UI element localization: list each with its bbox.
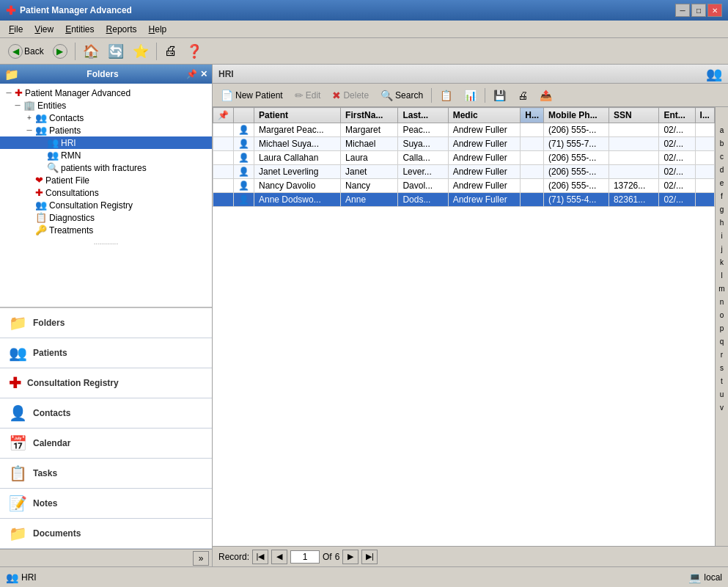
- alpha-s[interactable]: s: [716, 361, 728, 374]
- alpha-m[interactable]: m: [716, 282, 728, 295]
- alpha-o[interactable]: o: [716, 308, 728, 321]
- tree-item-consultations[interactable]: ✚ Consultations: [0, 186, 212, 199]
- help-button[interactable]: ❓: [183, 41, 206, 62]
- tree-item-diagnostics[interactable]: 📋 Diagnostics: [0, 211, 212, 224]
- print-button[interactable]: 🖨: [161, 41, 181, 62]
- maximize-button[interactable]: □: [691, 4, 706, 17]
- col-medic[interactable]: Medic: [448, 108, 521, 123]
- alpha-b[interactable]: b: [716, 136, 728, 150]
- rec-last-btn[interactable]: ▶|: [361, 550, 378, 564]
- nav-expand-btn[interactable]: »: [193, 551, 209, 566]
- search-btn[interactable]: 🔍 Search: [375, 87, 428, 104]
- rec-first-btn[interactable]: |◀: [252, 550, 268, 564]
- col-mobile[interactable]: Mobile Ph...: [543, 108, 608, 123]
- table-cell: (206) 555-...: [543, 151, 608, 165]
- col-h[interactable]: H...: [521, 108, 544, 123]
- table-row[interactable]: 👤Nancy DavolioNancyDavol...Andrew Fuller…: [213, 179, 715, 193]
- col-sel[interactable]: [234, 108, 254, 123]
- menu-entities[interactable]: Entities: [59, 23, 100, 36]
- tree-item-treatments[interactable]: 🔑 Treatments: [0, 224, 212, 236]
- nav-item-folders[interactable]: 📁 Folders: [0, 308, 212, 338]
- folders-pin-btn[interactable]: 📌: [186, 69, 197, 79]
- right-header-icon: 👥: [706, 66, 722, 82]
- alpha-n[interactable]: n: [716, 295, 728, 308]
- alpha-u[interactable]: u: [716, 387, 728, 401]
- tree-item-patient-file[interactable]: ❤ Patient File: [0, 174, 212, 186]
- tree-item-fractures[interactable]: 🔍 patients with fractures: [0, 161, 212, 174]
- table-cell: [521, 123, 544, 137]
- alpha-i[interactable]: i: [716, 229, 728, 242]
- nav-item-patients[interactable]: 👥 Patients: [0, 338, 212, 368]
- col-id[interactable]: I...: [695, 108, 714, 123]
- menu-file[interactable]: File: [3, 23, 29, 36]
- alpha-a[interactable]: a: [716, 123, 728, 136]
- alpha-v[interactable]: v: [716, 401, 728, 414]
- alpha-h[interactable]: h: [716, 216, 728, 229]
- folders-header-controls: 📌 ✕: [186, 69, 207, 79]
- print2-btn[interactable]: 🖨: [512, 87, 533, 104]
- col-firstname[interactable]: FirstNa...: [341, 108, 398, 123]
- card-view-btn[interactable]: 📊: [459, 87, 482, 104]
- tree-item-patients[interactable]: ─ 👥 Patients: [0, 124, 212, 136]
- alpha-l[interactable]: l: [716, 269, 728, 282]
- col-pin[interactable]: 📌: [213, 108, 234, 123]
- nav-item-documents[interactable]: 📁 Documents: [0, 519, 212, 549]
- table-row[interactable]: 👤Anne Dodswo...AnneDods...Andrew Fuller(…: [213, 193, 715, 207]
- alpha-j[interactable]: j: [716, 242, 728, 255]
- tree-item-rmn[interactable]: 👥 RMN: [0, 149, 212, 161]
- alpha-p[interactable]: p: [716, 321, 728, 335]
- nav-item-contacts[interactable]: 👤 Contacts: [0, 398, 212, 429]
- email-btn[interactable]: 📤: [534, 87, 557, 104]
- rec-prev-btn[interactable]: ◀: [271, 550, 287, 564]
- alpha-g[interactable]: g: [716, 203, 728, 216]
- col-patient[interactable]: Patient: [254, 108, 341, 123]
- status-local-icon: 💻: [688, 572, 701, 583]
- table-row[interactable]: 👤Janet LeverlingJanetLever...Andrew Full…: [213, 165, 715, 179]
- back-button[interactable]: ◀ Back: [4, 41, 48, 62]
- menu-reports[interactable]: Reports: [100, 23, 143, 36]
- favorites-button[interactable]: ⭐: [129, 41, 152, 62]
- alpha-q[interactable]: q: [716, 335, 728, 348]
- table-row[interactable]: 👤Laura CallahanLauraCalla...Andrew Fulle…: [213, 151, 715, 165]
- home-button[interactable]: 🏠: [79, 41, 103, 62]
- table-row[interactable]: 👤Margaret Peac...MargaretPeac...Andrew F…: [213, 123, 715, 137]
- menu-help[interactable]: Help: [143, 23, 173, 36]
- col-lastname[interactable]: Last...: [398, 108, 448, 123]
- forward-button[interactable]: ▶: [49, 41, 71, 62]
- refresh-button[interactable]: 🔄: [104, 41, 128, 62]
- calendar-nav-icon: 📅: [9, 434, 27, 452]
- tree-item-hri[interactable]: 👥 HRI: [0, 136, 212, 149]
- alpha-t[interactable]: t: [716, 374, 728, 387]
- tree-item-entities[interactable]: ─ 🏢 Entities: [0, 99, 212, 112]
- table-cell: 👤: [234, 193, 254, 207]
- new-patient-btn[interactable]: 📄 New Patient: [216, 87, 288, 104]
- nav-item-tasks[interactable]: 📋 Tasks: [0, 459, 212, 489]
- export-btn[interactable]: 💾: [488, 87, 511, 104]
- alpha-e[interactable]: e: [716, 176, 728, 189]
- tree-item-consult-registry[interactable]: 👥 Consultation Registry: [0, 199, 212, 211]
- col-ent[interactable]: Ent...: [659, 108, 695, 123]
- rec-next-btn[interactable]: ▶: [342, 550, 359, 564]
- delete-btn[interactable]: ✖ Delete: [327, 87, 374, 104]
- close-button[interactable]: ✕: [707, 4, 722, 17]
- alpha-d[interactable]: d: [716, 163, 728, 176]
- alpha-top-btn[interactable]: [716, 109, 728, 122]
- menu-view[interactable]: View: [29, 23, 59, 36]
- folders-close-btn[interactable]: ✕: [200, 69, 207, 79]
- nav-item-consult-registry[interactable]: ✚ Consultation Registry: [0, 368, 212, 398]
- alpha-f[interactable]: f: [716, 189, 728, 203]
- table-view-btn[interactable]: 📋: [435, 87, 457, 104]
- nav-item-calendar[interactable]: 📅 Calendar: [0, 429, 212, 459]
- nav-item-notes[interactable]: 📝 Notes: [0, 489, 212, 519]
- col-ssn[interactable]: SSN: [608, 108, 659, 123]
- tree-item-contacts[interactable]: + 👥 Contacts: [0, 112, 212, 124]
- rec-current-field[interactable]: [290, 550, 320, 564]
- table-row[interactable]: 👤Michael Suya...MichaelSuya...Andrew Ful…: [213, 137, 715, 151]
- alpha-r[interactable]: r: [716, 348, 728, 361]
- minimize-button[interactable]: ─: [675, 4, 690, 17]
- consultations-icon: ✚: [35, 187, 43, 198]
- tree-item-patient-manager[interactable]: ─ ✚ Patient Manager Advanced: [0, 87, 212, 99]
- edit-btn[interactable]: ✏ Edit: [290, 87, 326, 104]
- alpha-c[interactable]: c: [716, 150, 728, 163]
- alpha-k[interactable]: k: [716, 255, 728, 269]
